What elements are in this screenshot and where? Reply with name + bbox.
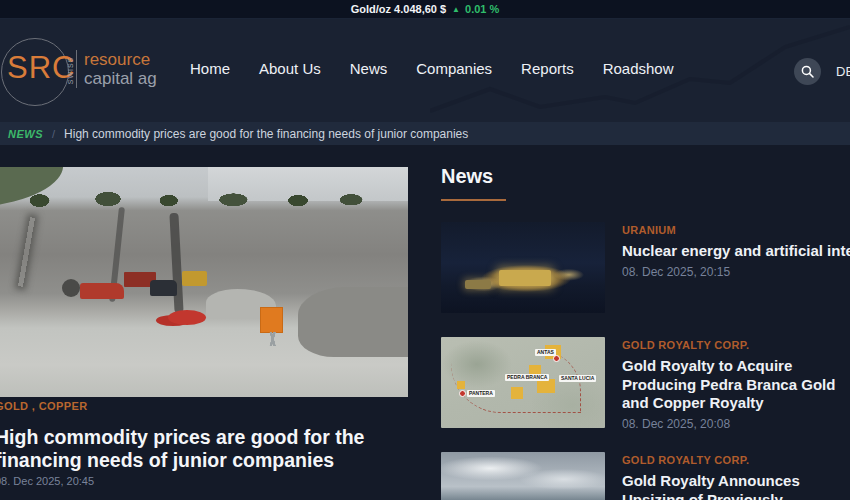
news-item-date: 08. Dec 2025, 20:08: [622, 417, 850, 431]
nav-item-news[interactable]: News: [350, 60, 388, 77]
news-item-title[interactable]: Gold Royalty Announces Upsizing of Previ…: [622, 472, 850, 500]
news-item-title[interactable]: Gold Royalty to Acquire Producing Pedra …: [622, 357, 850, 413]
breadcrumb-current-page: High commodity prices are good for the f…: [64, 127, 468, 141]
article-tags[interactable]: GOLD , COPPER: [0, 400, 88, 412]
news-item-date: 08. Dec 2025, 20:15: [622, 265, 850, 279]
logo-wordmark: resource capital ag: [76, 50, 157, 88]
gold-price-value: Gold/oz 4.048,60 $: [351, 3, 446, 15]
nav-item-companies[interactable]: Companies: [416, 60, 492, 77]
nav-item-roadshow[interactable]: Roadshow: [603, 60, 674, 77]
nav-item-about-us[interactable]: About Us: [259, 60, 321, 77]
map-label: SANTA LUCIA: [559, 375, 596, 382]
breadcrumb-separator: /: [52, 128, 55, 140]
gold-price-change: 0.01 %: [465, 3, 499, 15]
map-label: PEDRA BRANCA: [505, 374, 549, 381]
logo-acronym: SRC: [7, 50, 75, 86]
news-list-item[interactable]: PEDRA BRANCA ANTAS SANTA LUCIA PANTERA G…: [441, 337, 850, 429]
breadcrumb: NEWS / High commodity prices are good fo…: [0, 122, 850, 145]
nav-item-home[interactable]: Home: [190, 60, 230, 77]
page: Gold/oz 4.048,60 $ ▲ 0.01 % SRC SWISS re…: [0, 0, 850, 500]
site-header: SRC SWISS resource capital ag Home About…: [0, 19, 850, 122]
nav-item-reports[interactable]: Reports: [521, 60, 574, 77]
news-item-tag[interactable]: GOLD ROYALTY CORP.: [622, 454, 850, 466]
breadcrumb-section-news[interactable]: NEWS: [8, 128, 43, 140]
main-navigation: Home About Us News Companies Reports Roa…: [190, 60, 674, 77]
news-thumbnail-nuclear-plant[interactable]: [441, 222, 605, 313]
news-heading-underline: [441, 199, 506, 201]
news-list-item[interactable]: URANIUM Nuclear energy and artificial in…: [441, 222, 850, 314]
news-thumbnail-aerial-landscape[interactable]: [441, 452, 605, 500]
article-hero-image-quarry[interactable]: [0, 167, 408, 397]
article-date: 08. Dec 2025, 20:45: [0, 475, 94, 487]
price-up-arrow-icon: ▲: [452, 5, 460, 14]
logo-swiss-label: SWISS: [67, 53, 74, 89]
search-button[interactable]: [794, 58, 821, 85]
news-section-heading: News: [441, 165, 493, 188]
search-icon: [801, 65, 814, 78]
logo[interactable]: SRC SWISS resource capital ag: [0, 19, 170, 122]
news-item-title[interactable]: Nuclear energy and artificial intelligen…: [622, 242, 850, 261]
gold-price-ticker: Gold/oz 4.048,60 $ ▲ 0.01 %: [0, 0, 850, 19]
language-switcher[interactable]: DE: [836, 64, 850, 79]
news-item-tag[interactable]: URANIUM: [622, 224, 850, 236]
news-list-item[interactable]: GOLD ROYALTY CORP. Gold Royalty Announce…: [441, 452, 850, 500]
article-title[interactable]: High commodity prices are good for the f…: [0, 426, 415, 471]
news-item-tag[interactable]: GOLD ROYALTY CORP.: [622, 339, 850, 351]
news-thumbnail-project-map[interactable]: PEDRA BRANCA ANTAS SANTA LUCIA PANTERA: [441, 337, 605, 428]
map-label: PANTERA: [467, 390, 495, 397]
main-content: GOLD , COPPER High commodity prices are …: [0, 145, 850, 500]
logo-line2: capital ag: [84, 69, 157, 88]
map-label: ANTAS: [535, 349, 556, 356]
logo-line1: resource: [84, 50, 157, 69]
